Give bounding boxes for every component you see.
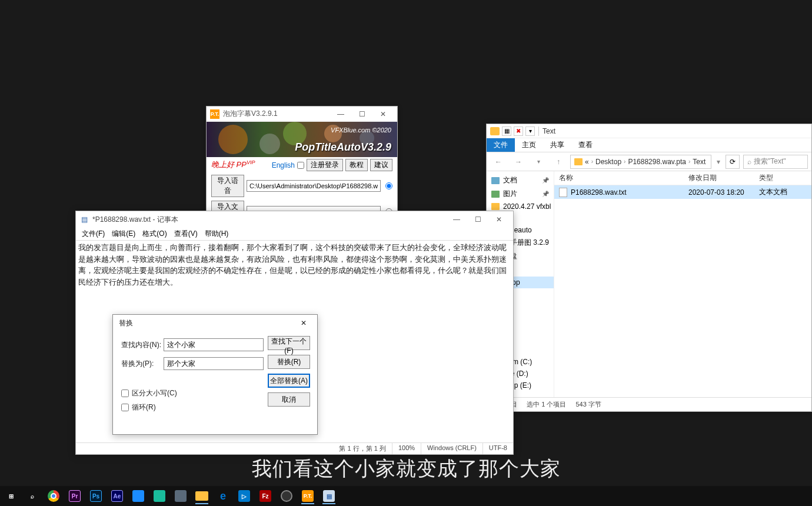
explorer-ribbon: 文件主页共享查看 [487,138,811,152]
pin-icon: 📌 [542,191,549,197]
path-segment[interactable]: Text [693,158,705,166]
taskbar-turquoiseapp[interactable] [151,488,168,504]
replace-input[interactable] [164,357,264,370]
refresh-button[interactable]: ⟳ [726,155,740,169]
qat-dropdown-icon[interactable]: ▾ [525,126,535,136]
taskbar-notepad[interactable]: ▤ [320,488,338,504]
minimize-button[interactable]: — [446,212,467,227]
sidebar-item-label: 图片 [503,189,517,199]
close-button[interactable]: ✕ [296,317,311,329]
filezilla-icon: Fz [259,490,271,502]
nav-back-button[interactable]: ← [490,155,507,169]
cancel-button[interactable]: 取消 [268,392,310,407]
english-link[interactable]: English [272,161,295,169]
status-size: 543 字节 [575,400,601,409]
address-path[interactable]: « ›Desktop›P1688298.wav.pta›Text [570,155,711,169]
sidebar-item[interactable]: 文档📌 [487,174,554,187]
column-header[interactable]: 名称 [559,173,688,183]
maximize-button[interactable]: ☐ [467,212,488,227]
maximize-button[interactable]: ☐ [351,107,372,121]
notepad-icon: ▤ [323,490,335,502]
ribbon-tab[interactable]: 查看 [571,138,600,152]
file-row[interactable]: P1688298.wav.txt2020-07-03 18:20文本文档 [554,185,811,199]
hardware-icon [175,490,187,502]
menu-item[interactable]: 格式(O) [140,228,169,240]
start-icon: ⊞ [5,490,17,502]
column-header[interactable]: 修改日期 [688,173,759,183]
sidebar-item-label: 文档 [503,175,517,185]
taskbar-hardware[interactable] [172,488,189,504]
close-button[interactable]: ✕ [372,107,394,121]
replace-all-button[interactable]: 全部替换(A) [268,374,310,388]
taskbar-explorer[interactable] [193,488,211,504]
nav-forward-button[interactable]: → [510,155,527,169]
status-selection: 选中 1 个项目 [527,400,566,409]
search-icon: ⌕ [747,158,751,166]
notepad-textarea[interactable]: 我的发言题目是向上而生，向善而行，接着翻啊，那个大家看到了啊，这个科技的突破带来… [76,241,513,442]
folder-icon [574,158,583,165]
register-button[interactable]: 注册登录 [307,159,343,171]
english-checkbox[interactable] [297,162,304,169]
status-eol: Windows (CRLF) [421,443,482,454]
path-dropdown-icon[interactable]: ▾ [715,158,722,166]
status-encoding: UTF-8 [482,443,513,454]
replace-titlebar[interactable]: 替换 ✕ [113,315,317,331]
status-zoom: 100% [392,443,421,454]
suggest-button[interactable]: 建议 [370,159,392,171]
find-input[interactable] [164,338,264,351]
case-label: 区分大小写(C) [132,388,177,398]
ribbon-tab[interactable]: 主页 [515,138,543,152]
search-box[interactable]: ⌕ 搜索"Text" [743,155,808,169]
nav-history-button[interactable]: ▾ [530,155,547,169]
path-segment[interactable]: P1688298.wav.pta [628,158,686,166]
taskbar-aftereffects[interactable]: Ae [108,488,126,504]
audio-path-input[interactable] [247,180,381,192]
folder-icon [491,203,500,210]
notepad-statusbar: 第 1 行，第 1 列 100% Windows (CRLF) UTF-8 [76,442,513,454]
video-subtitle: 我们看这个小家就变成了那个大家 [0,455,812,482]
find-next-button[interactable]: 查找下一个(F) [268,336,310,350]
wrap-checkbox[interactable] [121,404,129,411]
taskbar-vscode[interactable]: ▷ [235,488,253,504]
taskbar-photoshop[interactable]: Ps [87,488,105,504]
replace-button[interactable]: 替换(R) [268,355,310,369]
notepad-titlebar[interactable]: ▤ *P1688298.wav.txt - 记事本 — ☐ ✕ [76,211,513,228]
taskbar-chrome[interactable] [45,488,62,504]
qat-properties-icon[interactable]: ▦ [502,126,511,136]
audio-mode-radio-1[interactable] [385,182,392,189]
taskbar-poptitle[interactable]: P.T. [299,488,317,504]
column-headers[interactable]: 名称修改日期类型 [554,171,811,185]
menu-item[interactable]: 编辑(E) [109,228,138,240]
tutorial-button[interactable]: 教程 [345,159,368,171]
case-checkbox[interactable] [121,390,129,397]
search-placeholder: 搜索"Text" [754,157,786,167]
qat-delete-icon[interactable]: ✖ [514,126,523,136]
menu-item[interactable]: 查看(V) [172,228,200,240]
sidebar-item[interactable]: 图片📌 [487,187,554,201]
file-type: 文本文档 [759,187,806,197]
pta-titlebar[interactable]: P.T. 泡泡字幕V3.2.9.1 — ☐ ✕ [207,106,397,122]
nav-up-button[interactable]: ↑ [550,155,567,169]
menu-item[interactable]: 帮助(H) [202,228,231,240]
close-button[interactable]: ✕ [488,212,510,227]
taskbar-obs[interactable] [278,488,295,504]
ribbon-tab[interactable]: 文件 [487,138,515,152]
column-header[interactable]: 类型 [759,173,806,183]
taskbar-search[interactable]: ⌕ [24,488,41,504]
wrap-label: 循环(R) [132,402,156,412]
ribbon-tab[interactable]: 共享 [543,138,571,152]
taskbar-blueapp[interactable] [129,488,147,504]
blueapp-icon [132,490,144,502]
taskbar-start[interactable]: ⊞ [2,488,20,504]
taskbar-filezilla[interactable]: Fz [257,488,274,504]
menu-item[interactable]: 文件(F) [79,228,107,240]
import-audio-button[interactable]: 导入语音 [211,175,244,197]
photoshop-icon: Ps [90,490,102,502]
chevron-right-icon: › [688,158,690,165]
vscode-icon: ▷ [238,490,250,502]
minimize-button[interactable]: — [330,107,351,121]
path-segment[interactable]: Desktop [595,158,621,166]
notepad-menu: 文件(F)编辑(E)格式(O)查看(V)帮助(H) [76,228,513,241]
taskbar-premiere[interactable]: Pr [66,488,84,504]
taskbar-edge[interactable]: e [214,488,232,504]
